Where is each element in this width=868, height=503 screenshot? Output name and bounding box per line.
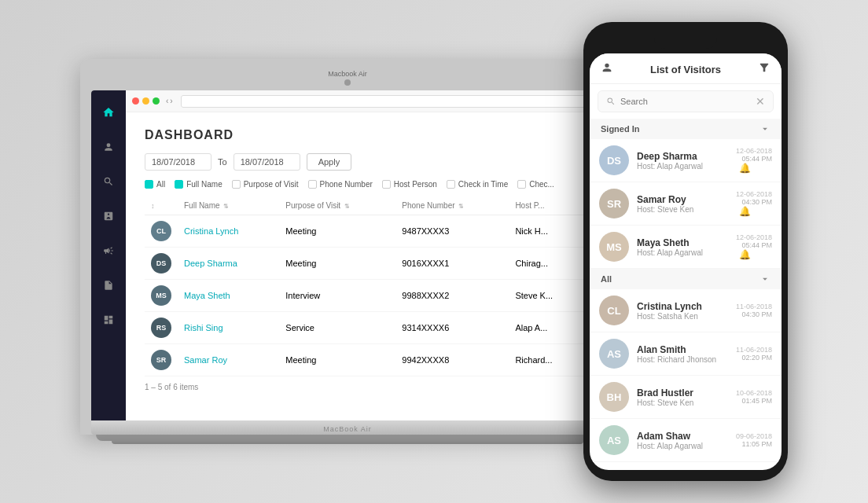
phone-filter-icon[interactable] — [758, 61, 771, 77]
laptop-screen: ‹ › DASHBOARD To Apply — [91, 90, 604, 420]
table-cell-avatar: DS — [145, 248, 178, 280]
visitor-info: Samar Roy Host: Steve Ken — [637, 194, 728, 214]
visitor-datetime: 11-06-2018 02:20 PM — [736, 346, 772, 362]
table-row[interactable]: DS Deep Sharma Meeting 9016XXXX1 Chirag.… — [145, 248, 585, 280]
browser-chrome: ‹ › — [126, 90, 604, 112]
visitor-info: Deep Sharma Host: Alap Agarwal — [637, 151, 728, 171]
visitor-name[interactable]: Samar Roy — [184, 355, 227, 365]
filter-check2-label: Chec... — [529, 180, 554, 189]
bell-icon[interactable]: 🔔 — [739, 249, 772, 260]
all-label: All — [601, 274, 612, 284]
visitor-item[interactable]: MS Maya Sheth Host: Alap Agarwal 12-06-2… — [590, 226, 782, 269]
filter-all-label: All — [156, 180, 165, 189]
minimize-button[interactable] — [142, 97, 149, 105]
phone-screen: List of Visitors ✕ Signed In DS Deep Sha… — [590, 53, 782, 470]
table-cell-purpose: Interview — [279, 280, 395, 312]
sidebar-item-grid[interactable] — [99, 310, 118, 329]
visitor-item[interactable]: CL Cristina Lynch Host: Satsha Ken 11-06… — [590, 289, 782, 332]
visitor-name[interactable]: Rishi Sing — [184, 323, 223, 332]
laptop-foot — [96, 435, 599, 441]
date-to-input[interactable] — [234, 153, 300, 171]
table-row[interactable]: SR Samar Roy Meeting 9942XXXX8 Richard..… — [145, 344, 585, 376]
search-clear-icon[interactable]: ✕ — [756, 95, 765, 108]
checkbox-check2[interactable] — [517, 180, 526, 189]
visitor-avatar: CL — [599, 296, 629, 325]
sidebar-item-megaphone[interactable] — [99, 241, 118, 260]
visitor-time: 01:45 PM — [736, 397, 772, 405]
checkbox-phone[interactable] — [308, 180, 317, 189]
col-sort: ↕ — [145, 196, 178, 215]
apply-button[interactable]: Apply — [307, 153, 352, 171]
filter-all[interactable]: All — [145, 180, 165, 189]
visitor-avatar: AS — [599, 425, 629, 455]
sidebar-item-doc[interactable] — [99, 276, 118, 295]
sidebar-item-home[interactable] — [99, 103, 118, 122]
browser-title: Macbook Air — [91, 70, 604, 78]
forward-arrow[interactable]: › — [170, 97, 172, 105]
back-arrow[interactable]: ‹ — [166, 97, 168, 105]
date-filter-row: To Apply — [145, 153, 585, 171]
filter-host[interactable]: Host Person — [382, 180, 437, 189]
table-row[interactable]: MS Maya Sheth Interview 9988XXXX2 Steve … — [145, 280, 585, 312]
table-cell-host: Chirag... — [509, 248, 585, 280]
col-fullname[interactable]: Full Name ⇅ — [178, 196, 279, 215]
visitor-info: Alan Smith Host: Richard Jhonson — [637, 344, 728, 364]
table-cell-host: Richard... — [509, 344, 585, 376]
visitor-name-phone: Alan Smith — [637, 344, 728, 355]
checkbox-all[interactable] — [145, 180, 153, 189]
filter-fullname-label: Full Name — [186, 180, 223, 189]
bell-icon[interactable]: 🔔 — [739, 163, 772, 174]
visitor-datetime: 11-06-2018 04:30 PM — [736, 303, 772, 318]
maximize-button[interactable] — [153, 97, 160, 105]
table-cell-purpose: Service — [279, 312, 395, 344]
bell-icon[interactable]: 🔔 — [739, 206, 772, 217]
main-content: ‹ › DASHBOARD To Apply — [126, 90, 604, 420]
visitor-name-phone: Adam Shaw — [637, 431, 728, 442]
col-host[interactable]: Host P... — [509, 196, 585, 215]
table-cell-host: Nick H... — [509, 215, 585, 248]
table-cell-avatar: MS — [145, 280, 178, 312]
url-bar[interactable] — [181, 95, 598, 108]
filter-phone[interactable]: Phone Number — [308, 180, 373, 189]
table-cell-phone: 9942XXXX8 — [395, 344, 509, 376]
visitor-item[interactable]: AS Alan Smith Host: Richard Jhonson 11-0… — [590, 332, 782, 376]
col-phone[interactable]: Phone Number ⇅ — [395, 196, 509, 215]
table-row[interactable]: RS Rishi Sing Service 9314XXXX6 Alap A..… — [145, 312, 585, 344]
all-chevron-down-icon[interactable] — [760, 274, 771, 285]
filter-fullname[interactable]: Full Name — [175, 180, 223, 189]
visitor-name[interactable]: Maya Sheth — [184, 291, 230, 300]
filter-purpose-label: Purpose of Visit — [244, 180, 299, 189]
filter-checkin-label: Check in Time — [458, 180, 508, 189]
visitor-datetime: 12-06-2018 04:30 PM 🔔 — [736, 190, 772, 217]
visitor-time: 02:20 PM — [736, 354, 772, 362]
visitor-item[interactable]: BH Brad Hustler Host: Steve Ken 10-06-20… — [590, 376, 782, 419]
avatar: SR — [151, 350, 171, 370]
col-purpose[interactable]: Purpose of Visit ⇅ — [279, 196, 395, 215]
checkbox-purpose[interactable] — [232, 180, 241, 189]
filter-phone-label: Phone Number — [320, 180, 373, 189]
sidebar-item-clipboard[interactable] — [99, 207, 118, 226]
checkbox-host[interactable] — [382, 180, 391, 189]
close-button[interactable] — [132, 97, 139, 105]
sidebar-item-user[interactable] — [99, 138, 118, 156]
visitor-name[interactable]: Deep Sharma — [184, 259, 237, 268]
table-cell-name: Maya Sheth — [178, 280, 279, 312]
visitor-date: 12-06-2018 — [736, 190, 772, 198]
visitor-host: Host: Satsha Ken — [637, 312, 728, 321]
visitor-item[interactable]: SR Samar Roy Host: Steve Ken 12-06-2018 … — [590, 182, 782, 226]
visitor-name[interactable]: Cristina Lynch — [184, 226, 238, 236]
filter-check2[interactable]: Chec... — [517, 180, 554, 189]
checkbox-fullname[interactable] — [175, 180, 183, 189]
sidebar-item-tools[interactable] — [99, 172, 118, 191]
phone-search-bar[interactable]: ✕ — [598, 90, 774, 112]
search-input[interactable] — [620, 97, 756, 106]
filter-purpose[interactable]: Purpose of Visit — [232, 180, 299, 189]
checkbox-checkin[interactable] — [447, 180, 455, 189]
visitor-item[interactable]: AS Adam Shaw Host: Alap Agarwal 09-06-20… — [590, 419, 782, 462]
visitor-item[interactable]: DS Deep Sharma Host: Alap Agarwal 12-06-… — [590, 139, 782, 182]
date-from-input[interactable] — [145, 153, 211, 171]
filter-checkin[interactable]: Check in Time — [447, 180, 508, 189]
table-row[interactable]: CL Cristina Lynch Meeting 9487XXXX3 Nick… — [145, 215, 585, 248]
chevron-down-icon[interactable] — [760, 123, 771, 134]
table-cell-name: Deep Sharma — [178, 248, 279, 280]
